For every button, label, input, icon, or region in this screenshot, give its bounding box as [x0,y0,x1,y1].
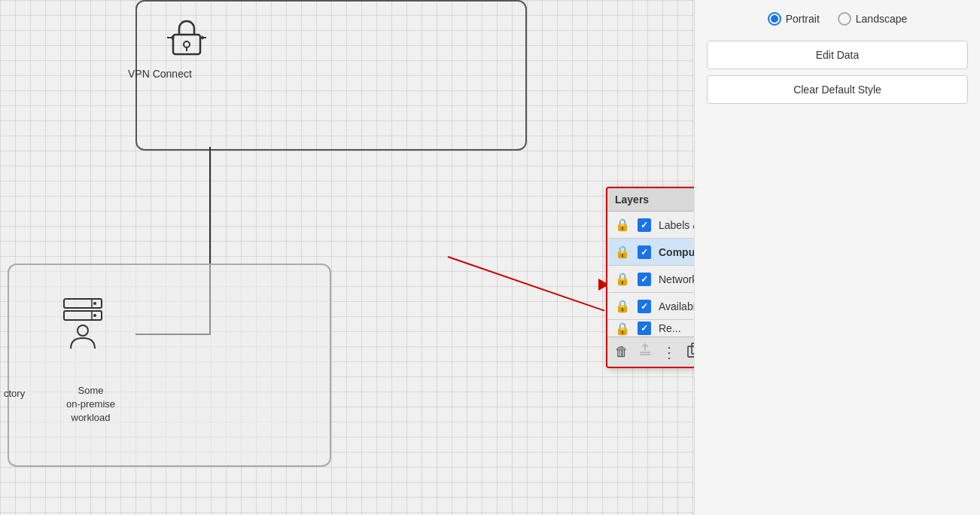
factory-label: ctory [4,388,25,399]
duplicate-icon[interactable] [686,342,694,362]
arrow-line [448,256,605,312]
workload-icon [60,297,105,350]
layer-checkbox[interactable] [638,273,651,286]
more-options-icon[interactable]: ⋮ [662,343,677,361]
layer-row[interactable]: 🔒 Availability domain layer [607,293,694,320]
layers-panel-header: Layers — ✕ [607,188,694,212]
svg-rect-15 [692,343,694,354]
delete-icon[interactable]: 🗑 [615,344,628,360]
svg-point-10 [93,314,96,317]
svg-point-1 [184,41,190,47]
landscape-option[interactable]: Landscape [838,12,908,26]
layer-checkbox[interactable] [638,218,651,232]
edit-data-button[interactable]: Edit Data [707,41,968,69]
portrait-radio[interactable] [768,12,781,26]
lock-icon: 🔒 [615,321,630,336]
right-panel: Portrait Landscape Edit Data Clear Defau… [694,0,980,515]
svg-point-7 [93,302,96,305]
layer-checkbox[interactable] [638,300,651,313]
workload-label: Someon-premiseworkload [66,384,115,425]
layer-row-partial: 🔒 Re... [607,320,694,337]
svg-rect-12 [640,352,650,353]
layers-panel: Layers — ✕ 🔒 Labels & comment layer 🔒 Co… [606,187,694,368]
layer-name: Availability domain layer [659,300,694,312]
landscape-label: Landscape [856,13,908,25]
layer-row-selected[interactable]: 🔒 Compute & service layer [607,239,694,266]
layer-row[interactable]: 🔒 Networking layer [607,266,694,293]
orientation-row: Portrait Landscape [707,12,968,26]
layer-checkbox[interactable] [638,245,651,259]
svg-rect-0 [173,35,200,54]
landscape-radio[interactable] [838,12,851,26]
portrait-label: Portrait [786,13,820,25]
svg-rect-13 [640,354,650,355]
lock-icon: 🔒 [615,245,630,259]
lock-icon: 🔒 [615,218,630,232]
diagram-canvas[interactable]: VPN Connect ctory Someon-premiseworkload… [0,0,694,515]
layer-name: Compute & service layer [659,246,694,258]
vpn-icon [164,15,209,60]
svg-point-11 [78,325,88,336]
layers-panel-title: Layers [615,194,649,206]
lock-icon: 🔒 [615,299,630,313]
vpn-label: VPN Connect [128,68,192,80]
layers-toolbar: 🗑 ⋮ + [607,337,694,367]
workload-container [8,264,331,467]
export-icon[interactable] [638,343,653,361]
layer-row[interactable]: 🔒 Labels & comment layer [607,212,694,239]
portrait-option[interactable]: Portrait [768,12,820,26]
layer-name: Networking layer [659,273,694,285]
svg-rect-14 [688,346,694,357]
svg-marker-4 [202,35,205,40]
clear-default-style-button[interactable]: Clear Default Style [707,75,968,104]
layer-name: Labels & comment layer [659,219,694,231]
lock-icon: 🔒 [615,272,630,286]
layer-name-partial: Re... [659,322,694,334]
layer-checkbox[interactable] [638,321,651,335]
